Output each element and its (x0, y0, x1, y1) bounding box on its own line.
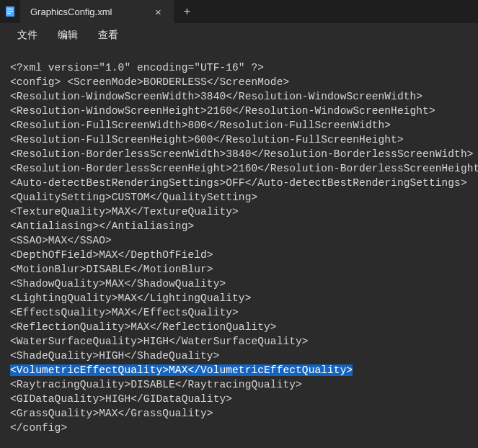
code-line: <Auto-detectBestRenderingSettings>OFF</A… (10, 176, 468, 190)
code-line: <GIDataQuality>HIGH</GIDataQuality> (10, 392, 468, 406)
code-line: <ShadeQuality>HIGH</ShadeQuality> (10, 349, 468, 363)
code-line: <Resolution-WindowScreenHeight>2160</Res… (10, 104, 468, 118)
code-line: <QualitySetting>CUSTOM</QualitySetting> (10, 190, 468, 205)
app-icon (0, 0, 20, 23)
code-line: </config> (10, 421, 468, 435)
code-line: <DepthOfField>MAX</DepthOfField> (10, 248, 468, 262)
editor-area[interactable]: <?xml version="1.0" encoding="UTF-16" ?>… (0, 48, 478, 448)
code-line: <MotionBlur>DISABLE</MotionBlur> (10, 262, 468, 277)
code-line: <LightingQuality>MAX</LightingQuality> (10, 291, 468, 305)
code-line: <EffectsQuality>MAX</EffectsQuality> (10, 305, 468, 320)
tab-close-button[interactable]: × (148, 1, 168, 22)
svg-rect-1 (7, 9, 13, 9)
menu-view[interactable]: 查看 (88, 24, 128, 46)
notepad-icon (4, 6, 16, 17)
title-bar: GraphicsConfig.xml × + (0, 0, 478, 23)
code-line: <?xml version="1.0" encoding="UTF-16" ?> (10, 61, 468, 75)
code-line: <ReflectionQuality>MAX</ReflectionQualit… (10, 320, 468, 334)
menu-edit[interactable]: 编辑 (48, 24, 88, 46)
highlighted-text: <VolumetricEffectQuality>MAX</Volumetric… (10, 364, 353, 376)
code-line: <SSAO>MAX</SSAO> (10, 233, 468, 248)
code-line: <ShadowQuality>MAX</ShadowQuality> (10, 277, 468, 291)
tab-label: GraphicsConfig.xml (30, 6, 112, 17)
code-line: <Resolution-FullScreenWidth>800</Resolut… (10, 118, 468, 133)
code-line: <TextureQuality>MAX</TextureQuality> (10, 205, 468, 219)
menu-file[interactable]: 文件 (7, 24, 48, 46)
code-line: <Resolution-FullScreenHeight>600</Resolu… (10, 133, 468, 147)
code-line: <Resolution-BorderlessScreenWidth>3840</… (10, 147, 468, 161)
code-line: <Resolution-BorderlessScreenHeight>2160<… (10, 161, 468, 176)
code-line: <VolumetricEffectQuality>MAX</Volumetric… (10, 363, 468, 377)
code-line: <GrassQuality>MAX</GrassQuality> (10, 406, 468, 421)
code-line: <WaterSurfaceQuality>HIGH</WaterSurfaceQ… (10, 334, 468, 349)
new-tab-button[interactable]: + (174, 0, 200, 23)
tab-active[interactable]: GraphicsConfig.xml × (20, 0, 174, 23)
svg-rect-3 (7, 13, 11, 14)
code-line: <RaytracingQuality>DISABLE</RaytracingQu… (10, 377, 468, 392)
code-line: <Resolution-WindowScreenWidth>3840</Reso… (10, 89, 468, 104)
menu-bar: 文件 编辑 查看 (0, 23, 478, 48)
svg-rect-2 (7, 11, 13, 12)
code-line: <Antialiasing></Antialiasing> (10, 219, 468, 233)
code-line: <config> <ScreenMode>BORDERLESS</ScreenM… (10, 75, 468, 89)
